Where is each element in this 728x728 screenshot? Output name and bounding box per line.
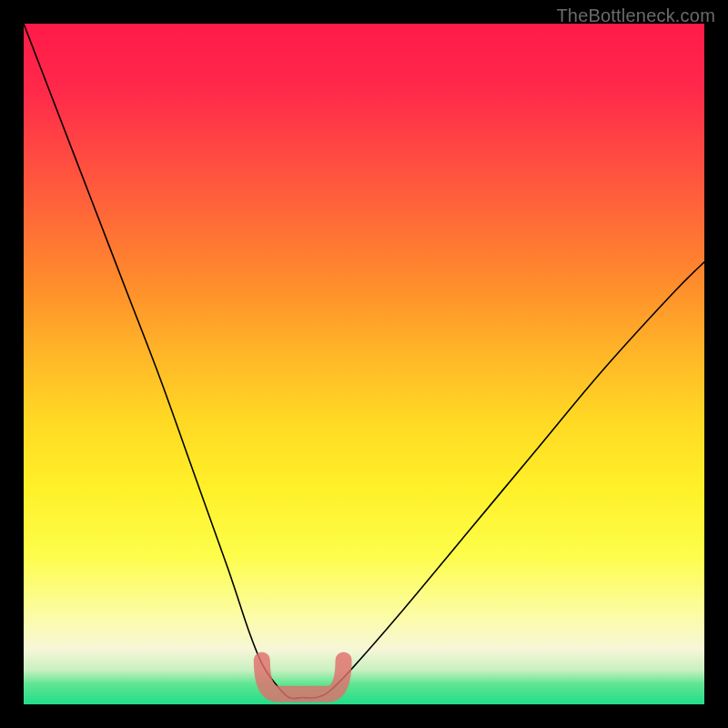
chart-svg bbox=[24, 24, 704, 704]
bottleneck-curve bbox=[24, 24, 704, 699]
chart-frame: TheBottleneck.com bbox=[0, 0, 728, 728]
minimum-marker bbox=[262, 660, 344, 693]
chart-plot-area bbox=[24, 24, 704, 704]
watermark-text: TheBottleneck.com bbox=[556, 5, 715, 26]
